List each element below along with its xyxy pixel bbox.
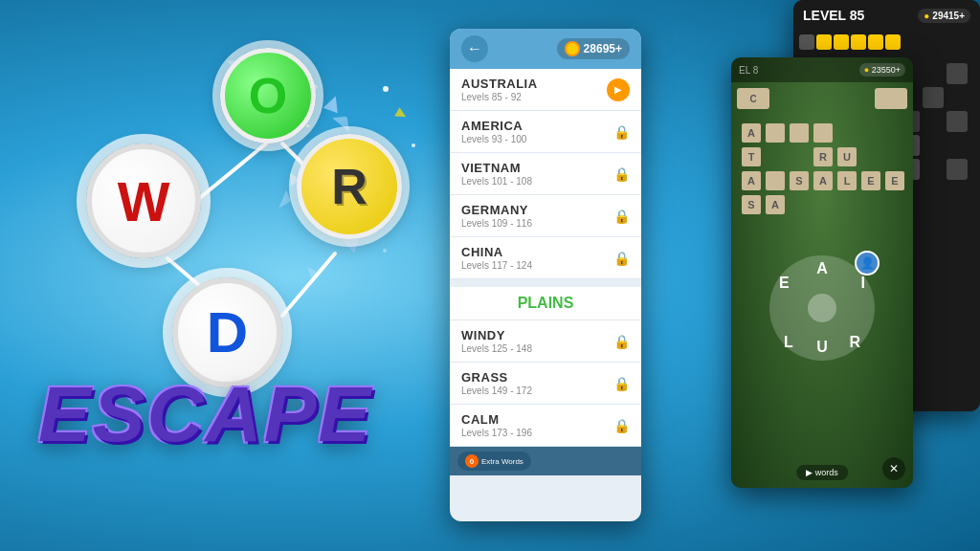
cw-tab-3 xyxy=(834,34,849,50)
level-info-vietnam: VIETNAM Levels 101 - 108 xyxy=(461,161,532,187)
level-info-windy: WINDY Levels 125 - 148 xyxy=(461,328,532,354)
level-info-calm: CALM Levels 173 - 196 xyxy=(461,412,532,438)
level-select-panel: ← 28695+ AUSTRALIA Levels 85 - 92 ▶ AMER… xyxy=(450,29,641,521)
cw-tab-5 xyxy=(868,34,883,50)
wc-crossword: A T A R U S A L E S A E xyxy=(731,115,913,251)
level-item-windy[interactable]: WINDY Levels 125 - 148 🔒 xyxy=(450,320,641,363)
countries-section: AUSTRALIA Levels 85 - 92 ▶ AMERICA Level… xyxy=(450,69,641,279)
tile-empty1 xyxy=(771,88,804,109)
escape-text: ESCAPE xyxy=(38,369,372,459)
level-item-calm[interactable]: CALM Levels 173 - 196 🔒 xyxy=(450,405,641,447)
svg-rect-10 xyxy=(947,63,968,84)
words-button[interactable]: ▶ words xyxy=(796,465,848,480)
tile-empty4 xyxy=(875,88,907,109)
lock-icon-germany: 🔒 xyxy=(613,209,630,224)
circle-letter-a: A xyxy=(816,260,828,277)
circle-letter-i: I xyxy=(861,275,865,292)
word-circle-screenshot: EL 8 ● 23550+ C A T A R U xyxy=(731,57,913,488)
profile-circle-icon: 👤 xyxy=(855,251,880,276)
letter-r: R xyxy=(297,134,402,239)
circle-center xyxy=(808,294,836,322)
lock-icon-america: 🔒 xyxy=(613,124,630,140)
level-item-germany[interactable]: GERMANY Levels 109 - 116 🔒 xyxy=(450,195,641,237)
back-button[interactable]: ← xyxy=(461,35,488,62)
level-info-australia: AUSTRALIA Levels 85 - 92 xyxy=(461,77,538,102)
tile-empty2 xyxy=(806,88,838,109)
tile-c: C xyxy=(737,88,769,109)
cw-tab-1 xyxy=(799,34,814,50)
level-item-vietnam[interactable]: VIETNAM Levels 101 - 108 🔒 xyxy=(450,153,641,195)
circle-letter-e: E xyxy=(779,275,790,292)
svg-rect-53 xyxy=(766,123,785,143)
coin-icon xyxy=(565,41,580,56)
svg-rect-48 xyxy=(923,183,944,204)
svg-text:A: A xyxy=(747,175,755,187)
svg-text:S: S xyxy=(795,175,802,187)
lock-icon-windy: 🔒 xyxy=(613,334,630,349)
logo-area: O W R D ESCAPE xyxy=(29,19,450,478)
letter-w: W xyxy=(86,143,201,258)
cw-tab-6 xyxy=(885,34,901,50)
svg-rect-41 xyxy=(923,159,944,180)
panel-bottom-bar: 0 Extra Words xyxy=(450,447,641,475)
svg-rect-55 xyxy=(813,123,833,143)
level-item-grass[interactable]: GRASS Levels 149 - 172 🔒 xyxy=(450,363,641,405)
cw-tab-2 xyxy=(816,34,832,50)
circle-letter-l: L xyxy=(784,334,793,351)
cw-header: LEVEL 85 ● 29415+ xyxy=(793,0,980,31)
svg-rect-42 xyxy=(947,159,968,180)
level-info-grass: GRASS Levels 149 - 172 xyxy=(461,370,532,396)
svg-text:A: A xyxy=(819,175,827,187)
svg-rect-49 xyxy=(947,183,968,204)
svg-text:A: A xyxy=(771,199,779,210)
svg-text:R: R xyxy=(819,151,827,163)
svg-rect-54 xyxy=(790,123,809,143)
level-item-australia[interactable]: AUSTRALIA Levels 85 - 92 ▶ xyxy=(450,69,641,111)
svg-text:A: A xyxy=(747,127,755,139)
selection-circle: A I R U L E 👤 xyxy=(769,255,875,361)
svg-text:S: S xyxy=(747,199,754,210)
cw-tab-row xyxy=(793,31,980,54)
plains-header: PLAINS xyxy=(450,287,641,320)
svg-rect-25 xyxy=(947,111,968,132)
svg-rect-17 xyxy=(947,87,968,108)
level-info-america: AMERICA Levels 93 - 100 xyxy=(461,119,526,144)
lock-icon-china: 🔒 xyxy=(613,251,630,266)
plains-section: PLAINS WINDY Levels 125 - 148 🔒 GRASS Le… xyxy=(450,287,641,447)
svg-text:U: U xyxy=(843,151,851,163)
lock-icon-calm: 🔒 xyxy=(613,418,630,433)
svg-rect-60 xyxy=(766,171,785,190)
svg-text:E: E xyxy=(867,175,874,187)
svg-text:T: T xyxy=(748,151,755,163)
cw-tab-4 xyxy=(851,34,866,50)
coins-display: 28695+ xyxy=(557,38,630,59)
level-info-germany: GERMANY Levels 109 - 116 xyxy=(461,203,532,229)
svg-rect-16 xyxy=(923,87,944,108)
wc-header: EL 8 ● 23550+ xyxy=(731,57,913,82)
svg-rect-33 xyxy=(923,135,944,156)
word-circle-area: A I R U L E 👤 xyxy=(731,251,913,365)
wc-coins: ● 23550+ xyxy=(859,63,905,77)
svg-text:E: E xyxy=(891,175,898,187)
panel-header: ← 28695+ xyxy=(450,29,641,69)
svg-rect-24 xyxy=(923,111,944,132)
play-button-australia[interactable]: ▶ xyxy=(607,78,630,101)
cw-coins: ● 29415+ xyxy=(918,9,970,23)
letter-tiles: C xyxy=(731,82,913,115)
circle-letter-r: R xyxy=(849,334,860,351)
level-item-china[interactable]: CHINA Levels 117 - 124 🔒 xyxy=(450,237,641,279)
extra-words-button[interactable]: 0 Extra Words xyxy=(457,452,531,471)
close-button[interactable]: ✕ xyxy=(882,457,905,480)
lock-icon-grass: 🔒 xyxy=(613,376,630,391)
svg-text:L: L xyxy=(844,175,851,187)
tile-empty3 xyxy=(840,88,873,109)
svg-line-0 xyxy=(196,143,266,201)
circle-letter-u: U xyxy=(816,339,828,356)
svg-rect-9 xyxy=(923,63,944,84)
level-info-china: CHINA Levels 117 - 124 xyxy=(461,245,532,271)
letter-o: O xyxy=(220,48,316,143)
level-item-america[interactable]: AMERICA Levels 93 - 100 🔒 xyxy=(450,111,641,153)
extra-words-count: 0 xyxy=(465,454,479,468)
lock-icon-vietnam: 🔒 xyxy=(613,166,630,182)
svg-rect-34 xyxy=(947,135,968,156)
